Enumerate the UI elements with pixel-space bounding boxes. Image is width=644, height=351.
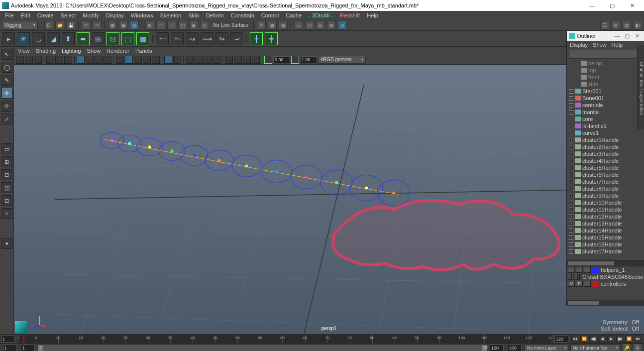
layer-h-scrollbar[interactable] — [567, 300, 644, 306]
vp-light-selected-icon[interactable] — [204, 56, 212, 64]
select-mode-component-icon[interactable]: ▤ — [130, 21, 139, 30]
expand-toggle[interactable]: + — [569, 173, 573, 177]
expand-toggle[interactable]: + — [569, 138, 573, 142]
vp-film-gate-icon[interactable] — [86, 56, 94, 64]
outliner-node-cluster13Handle[interactable]: +cluster13Handle — [567, 220, 644, 227]
select-mode-hierarchy-icon[interactable]: ▦ — [108, 21, 117, 30]
outliner-minimize-button[interactable]: — — [612, 33, 622, 39]
layer-type-cell[interactable] — [584, 281, 591, 287]
main-menu--3dtoall-[interactable]: - 3DtoAll - — [306, 11, 336, 19]
go-to-end-button[interactable]: ⏭ — [634, 336, 642, 343]
layer-v-toggle[interactable]: V — [568, 281, 575, 287]
outliner-node-Star001[interactable]: +Star001 — [567, 88, 644, 95]
outliner-menu-help[interactable]: Help — [612, 42, 623, 48]
range-thumb[interactable]: 1 120 — [38, 345, 487, 351]
vp-grid-toggle-icon[interactable] — [77, 56, 85, 64]
channel-box-tab[interactable]: Channel Box / Layer Editor — [637, 45, 644, 129]
viewport-menu-view[interactable]: View — [18, 48, 30, 54]
viewport-menu-lighting[interactable]: Lighting — [62, 48, 81, 54]
vp-camera-attributes-icon[interactable] — [25, 56, 33, 64]
save-scene-icon[interactable]: 💾 — [66, 21, 75, 30]
range-start-outer-input[interactable] — [3, 345, 17, 351]
layer-p-toggle[interactable] — [576, 267, 583, 273]
expand-toggle[interactable]: + — [569, 215, 573, 219]
main-menu-modify[interactable]: Modify — [80, 11, 102, 19]
layer-color-swatch[interactable] — [592, 281, 599, 287]
expand-toggle[interactable]: + — [569, 103, 573, 108]
symmetry-shelf-icon[interactable]: ✳ — [17, 32, 30, 45]
viewport-3d[interactable]: persp1 Symmetry: Off Soft Select: Off — [14, 65, 644, 334]
vp-wireframe-icon[interactable] — [116, 56, 124, 64]
outliner-node-cluster6Handle[interactable]: +cluster6Handle — [567, 171, 644, 178]
outliner-node-cluster14Handle[interactable]: +cluster14Handle — [567, 227, 644, 234]
shelf-icon-11[interactable]: ⤳ — [171, 32, 184, 45]
shelf-icon-3[interactable]: ◢ — [47, 32, 60, 45]
vp-light-flat-icon[interactable] — [213, 56, 220, 64]
layer-v-toggle[interactable] — [568, 274, 570, 280]
expand-toggle[interactable]: + — [569, 208, 573, 212]
layer-color-swatch[interactable] — [579, 274, 581, 280]
expand-toggle[interactable]: + — [569, 249, 573, 254]
vp-isolate-icon[interactable] — [164, 56, 172, 64]
shelf-icon-2[interactable]: ◡ — [32, 32, 45, 45]
outliner-node-curve1[interactable]: curve1 — [567, 129, 644, 136]
step-forward-button[interactable]: ▮▶ — [616, 336, 624, 343]
vp-resolution-gate-icon[interactable] — [95, 56, 103, 64]
expand-toggle[interactable]: + — [569, 187, 573, 191]
window-close-button[interactable]: ✕ — [622, 0, 642, 10]
shelf-icon-9[interactable]: ▦ — [136, 32, 149, 45]
outliner-node-cluster3Handle[interactable]: +cluster3Handle — [567, 150, 644, 157]
character-set-dropdown[interactable]: No Character Set — [570, 345, 620, 351]
scale-tool-icon[interactable]: ⤢ — [1, 114, 12, 124]
outliner-node-cluster11Handle[interactable]: +cluster11Handle — [567, 206, 644, 213]
playhead[interactable] — [23, 335, 24, 343]
outliner-node-cluster1Handle[interactable]: +cluster1Handle — [567, 136, 644, 143]
main-menu-redshift[interactable]: Redshift — [337, 11, 363, 19]
expand-toggle[interactable]: + — [569, 242, 573, 247]
construction-history-icon[interactable]: ⧉ — [257, 21, 266, 30]
outliner-node-mantle[interactable]: +mantle — [567, 109, 644, 116]
select-mode-object-icon[interactable]: ▣ — [119, 21, 128, 30]
main-menu-display[interactable]: Display — [103, 11, 127, 19]
shelf-icon-8[interactable]: ⬚ — [121, 32, 134, 45]
vp-exposure-btn-icon[interactable] — [264, 56, 272, 64]
main-menu-deform[interactable]: Deform — [203, 11, 227, 19]
outliner-search-input[interactable] — [569, 50, 642, 59]
outliner-node-ikHandle1[interactable]: ikHandle1 — [567, 122, 644, 129]
vp-image-plane-icon[interactable] — [46, 56, 54, 64]
snap-curve-icon[interactable]: 〰 — [156, 21, 165, 30]
step-forward-key-button[interactable]: ⏩ — [625, 336, 633, 343]
layer-type-cell[interactable] — [575, 274, 577, 280]
main-menu-skeleton[interactable]: Skeleton — [157, 11, 184, 19]
outliner-menu-show[interactable]: Show — [593, 42, 607, 48]
range-edge-right[interactable]: 120 — [482, 345, 487, 351]
expand-toggle[interactable]: + — [569, 159, 573, 163]
vp-dof-icon[interactable] — [252, 56, 260, 64]
layout-two-v-icon[interactable]: ◫ — [1, 182, 12, 193]
vp-grease-pencil-icon[interactable] — [64, 56, 72, 64]
window-maximize-button[interactable]: ▢ — [602, 0, 622, 10]
vp-2d-pan-icon[interactable] — [55, 56, 63, 64]
rotate-tool-icon[interactable]: ⟳ — [1, 101, 12, 112]
outliner-titlebar[interactable]: Outliner — ▢ ✕ — [567, 31, 644, 41]
panel-layout-4-icon[interactable]: ⊞ — [327, 21, 336, 30]
main-menu-control[interactable]: Control — [258, 11, 282, 19]
vp-light-default-icon[interactable] — [186, 56, 194, 64]
play-forward-button[interactable]: ▶ — [607, 336, 615, 343]
window-minimize-button[interactable]: — — [582, 0, 602, 10]
vp-gate-mask-icon[interactable] — [104, 56, 111, 64]
move-tool-icon[interactable]: ✥ — [1, 88, 12, 99]
range-end-outer-input[interactable] — [508, 345, 522, 351]
main-menu-select[interactable]: Select — [58, 11, 79, 19]
vp-select-camera-icon[interactable] — [16, 56, 24, 64]
layer-type-cell[interactable] — [584, 267, 591, 273]
outliner-close-button[interactable]: ✕ — [632, 33, 642, 39]
main-menu-cache[interactable]: Cache — [283, 11, 305, 19]
viewport-menu-renderer[interactable]: Renderer — [107, 48, 129, 54]
layout-single-icon[interactable]: ▭ — [1, 143, 12, 154]
outliner-node-cluster2Handle[interactable]: +cluster2Handle — [567, 143, 644, 150]
shelf-icon-12[interactable]: ↝ — [186, 32, 199, 45]
make-live-icon[interactable]: ◎ — [200, 21, 209, 30]
range-edge-left[interactable]: 1 — [38, 345, 43, 351]
toggle-attribute-editor-icon[interactable]: ☰ — [600, 21, 609, 30]
